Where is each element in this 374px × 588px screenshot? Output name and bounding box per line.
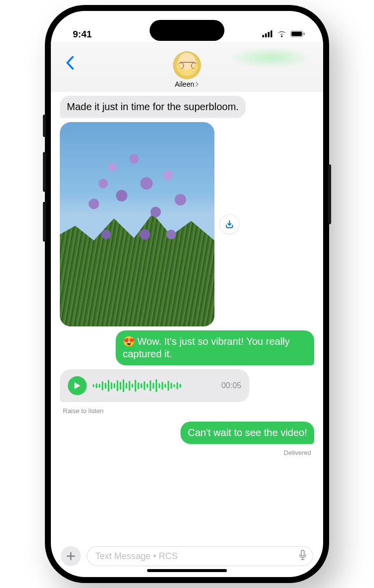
- status-time: 9:41: [73, 29, 92, 40]
- home-indicator[interactable]: [147, 569, 227, 572]
- svg-rect-3: [271, 30, 273, 37]
- audio-play-button[interactable]: [68, 376, 87, 395]
- message-text: Wow. It's just so vibrant! You really ca…: [123, 336, 290, 359]
- dynamic-island: [150, 20, 224, 41]
- incoming-audio-bubble[interactable]: 00:05: [60, 369, 249, 402]
- contact-name-button[interactable]: Aileen: [51, 80, 323, 88]
- audio-waveform[interactable]: [93, 378, 215, 393]
- message-emoji: 😍: [123, 336, 135, 347]
- contact-avatar[interactable]: [173, 51, 201, 79]
- message-row: Can't wait to see the video!: [60, 422, 314, 444]
- svg-rect-6: [304, 33, 305, 35]
- delivery-status-label: Delivered: [60, 449, 311, 456]
- chevron-right-icon: [195, 82, 199, 87]
- contact-name: Aileen: [175, 80, 194, 88]
- conversation-header: Aileen: [51, 42, 323, 92]
- conversation-scroll[interactable]: Made it just in time for the superbloom.: [51, 92, 323, 540]
- message-input[interactable]: Text Message • RCS: [87, 546, 313, 566]
- microphone-icon: [299, 550, 307, 561]
- svg-rect-5: [292, 32, 302, 36]
- cellular-icon: [262, 29, 273, 40]
- svg-rect-7: [301, 550, 304, 556]
- download-icon: [224, 219, 234, 229]
- message-text: Can't wait to see the video!: [187, 427, 307, 438]
- volume-down-button: [43, 202, 46, 242]
- message-input-placeholder: Text Message • RCS: [95, 551, 178, 562]
- image-flowers: [60, 122, 214, 326]
- dictation-button[interactable]: [299, 550, 307, 563]
- screen: 9:41 Aileen: [51, 11, 323, 577]
- plus-icon: [66, 552, 75, 561]
- attach-button[interactable]: [61, 546, 81, 566]
- message-row: 😍Wow. It's just so vibrant! You really c…: [60, 330, 314, 365]
- device-frame: 9:41 Aileen: [45, 5, 329, 583]
- power-button: [328, 164, 331, 224]
- header-glow: [228, 47, 313, 69]
- audio-hint-label: Raise to listen: [63, 407, 314, 415]
- message-row: 00:05: [60, 369, 314, 402]
- message-row: [60, 122, 314, 326]
- incoming-image-bubble[interactable]: [60, 122, 214, 326]
- svg-rect-1: [265, 33, 267, 37]
- incoming-text-bubble[interactable]: Made it just in time for the superbloom.: [60, 96, 246, 118]
- volume-up-button: [43, 152, 46, 192]
- save-image-button[interactable]: [219, 214, 239, 234]
- message-text: Made it just in time for the superbloom.: [67, 101, 239, 112]
- battery-icon: [290, 29, 305, 40]
- audio-duration: 00:05: [221, 381, 241, 390]
- outgoing-text-bubble[interactable]: Can't wait to see the video!: [181, 422, 314, 444]
- side-button: [43, 115, 46, 137]
- svg-rect-0: [262, 35, 264, 37]
- svg-rect-2: [268, 32, 270, 37]
- message-row: Made it just in time for the superbloom.: [60, 96, 314, 118]
- chevron-left-icon: [65, 56, 74, 70]
- play-icon: [74, 382, 81, 390]
- wifi-icon: [277, 29, 287, 40]
- back-button[interactable]: [60, 53, 80, 73]
- outgoing-text-bubble[interactable]: 😍Wow. It's just so vibrant! You really c…: [116, 330, 314, 365]
